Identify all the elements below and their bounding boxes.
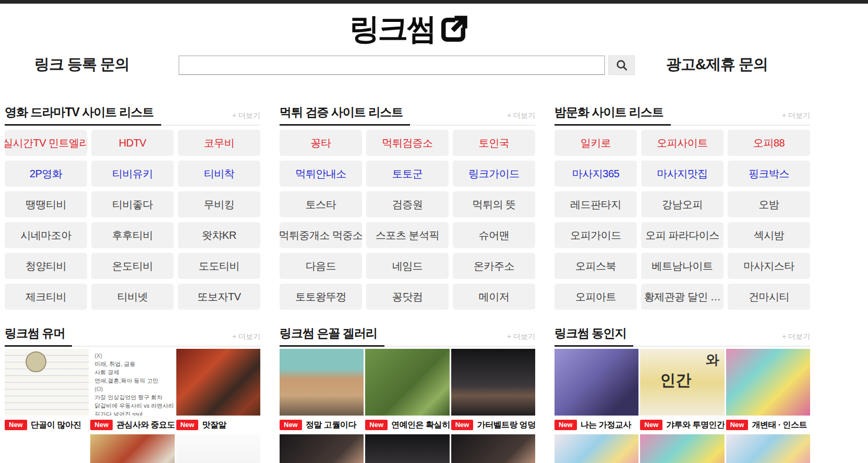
link-register-inquiry[interactable]: 링크 등록 문의 [34,54,129,75]
site-link[interactable]: 먹튀중개소 먹중소 [280,222,362,248]
site-link[interactable]: 또보자TV [178,284,260,310]
more-link[interactable]: + 더보기 [232,111,260,125]
thumbnail[interactable] [280,434,364,463]
site-link[interactable]: 티비좋다 [91,191,174,217]
site-link[interactable]: 도도티비 [178,253,260,279]
site-link[interactable]: 땡땡티비 [5,191,87,217]
site-link[interactable]: 티비유키 [91,161,174,187]
section-title: 영화 드라마TV 사이트 리스트 [5,104,161,126]
site-link[interactable]: 오피사이트 [641,130,724,156]
site-link[interactable]: 온도티비 [91,253,174,279]
thumbnail[interactable] [726,349,810,416]
site-link[interactable]: 오피88 [728,130,810,156]
post-title: 개변태 · 인스트 [752,420,807,431]
site-link[interactable]: 건마시티 [728,284,810,310]
site-link[interactable]: 검증원 [366,191,449,217]
site-link[interactable]: 먹튀검증소 [366,130,449,156]
search-input[interactable] [178,55,605,75]
logo[interactable]: 링크썸 [0,9,818,50]
site-link[interactable]: HDTV [91,130,174,156]
site-link[interactable]: 2P영화 [5,161,87,187]
thumbnail[interactable] [365,349,449,416]
thumbnail[interactable] [5,349,89,416]
site-link[interactable]: 메이저 [453,284,535,310]
site-link[interactable]: 링크가이드 [453,161,535,187]
site-link[interactable]: 코무비 [178,130,260,156]
site-link[interactable]: 토토왕뚜껑 [280,284,362,310]
post-link[interactable]: New 관심사와 중요도 [90,419,174,431]
site-link[interactable]: 꽁타 [280,130,362,156]
post-link[interactable]: New 갸루와 투명인간 [640,419,724,431]
site-link[interactable]: 오피아트 [554,284,637,310]
site-link[interactable]: 토스타 [280,191,362,217]
site-link[interactable]: 황제관광 달인 … [641,284,724,310]
more-link[interactable]: + 더보기 [232,332,260,346]
post-link[interactable]: New 가터벨트랑 엉덩 [451,419,535,431]
site-link[interactable]: 꽁닷컴 [366,284,449,310]
site-link[interactable]: 마사지스타 [728,253,810,279]
post-link[interactable]: New 연예인은 확실히 [365,419,449,431]
more-link[interactable]: + 더보기 [507,332,535,346]
thumbnail[interactable] [554,434,638,463]
site-link[interactable]: 먹튀안내소 [280,161,362,187]
site-link[interactable]: 티비넷 [91,284,174,310]
thumbnail[interactable] [5,434,89,463]
more-link[interactable]: + 더보기 [782,111,810,125]
site-link[interactable]: 온카주소 [453,253,535,279]
post-link[interactable]: New 정말 고퀄이다 [280,419,364,431]
site-link[interactable]: 오피 파라다이스 [641,222,724,248]
site-link[interactable]: 시네마조아 [5,222,87,248]
site-link[interactable]: 마사지365 [554,161,637,187]
thumbnail[interactable] [451,349,535,416]
post-link[interactable]: New 맛잘알 [176,419,260,431]
thumbnail[interactable] [554,349,638,416]
site-link[interactable]: 실시간TV 민트엘리 [5,130,87,156]
thumbnail[interactable] [451,434,535,463]
thumbnail[interactable]: 와 인간 [640,349,724,416]
thumbnail[interactable] [726,434,810,463]
site-link[interactable]: 레드판타지 [554,191,637,217]
section-title: 먹튀 검증 사이트 리스트 [280,104,410,126]
site-link[interactable]: 제크티비 [5,284,87,310]
site-link[interactable]: 먹튀의 뜻 [453,191,535,217]
caption-row: New 정말 고퀄이다 New 연예인은 확실히 New 가터벨트랑 엉덩 [280,419,535,431]
thumbnail[interactable] [640,434,724,463]
site-link[interactable]: 티비착 [178,161,260,187]
thumbnail[interactable]: (X) 미래, 취업, 금융 사회 경제 연애,결혼,육아 등의 고민 (O) … [90,349,174,416]
site-link[interactable]: 후후티비 [91,222,174,248]
more-link[interactable]: + 더보기 [507,111,535,125]
site-link[interactable]: 왓챠KR [178,222,260,248]
site-link[interactable]: 베트남나이트 [641,253,724,279]
site-link[interactable]: 다음드 [280,253,362,279]
post-link[interactable]: New 개변태 · 인스트 [726,419,810,431]
search-button[interactable] [608,55,635,75]
link-sections-row: 영화 드라마TV 사이트 리스트 + 더보기 실시간TV 민트엘리 HDTV 코… [5,104,810,310]
thumbnail[interactable] [176,434,260,463]
site-link[interactable]: 토인국 [453,130,535,156]
post-link[interactable]: New 나는 가정교사 [554,419,638,431]
site-link[interactable]: 오피스북 [554,253,637,279]
thumbnail[interactable] [176,349,260,416]
site-link[interactable]: 청양티비 [5,253,87,279]
site-link[interactable]: 스포츠 분석픽 [366,222,449,248]
site-link[interactable]: 오밤 [728,191,810,217]
site-link[interactable]: 마사지맛집 [641,161,724,187]
thumbnail[interactable] [280,349,364,416]
link-ad-partnership-inquiry[interactable]: 광고&제휴 문의 [666,54,768,75]
new-badge: New [365,420,388,430]
more-link[interactable]: + 더보기 [782,332,810,346]
post-link[interactable]: New 단골이 많아진 [5,419,89,431]
section-humor-gallery: 링크썸 유머 + 더보기 (X) 미래, 취업, 금융 사회 경제 연애,결혼,… [5,325,260,463]
site-link[interactable]: 토토군 [366,161,449,187]
site-link[interactable]: 슈어맨 [453,222,535,248]
site-link[interactable]: 오피가이드 [554,222,637,248]
thumbnail[interactable] [365,434,449,463]
post-title: 정말 고퀄이다 [306,420,356,431]
site-link[interactable]: 네임드 [366,253,449,279]
site-link[interactable]: 핑크박스 [728,161,810,187]
site-link[interactable]: 무비킹 [178,191,260,217]
site-link[interactable]: 일키로 [554,130,637,156]
thumbnail[interactable] [90,434,174,463]
site-link[interactable]: 섹시밤 [728,222,810,248]
site-link[interactable]: 강남오피 [641,191,724,217]
